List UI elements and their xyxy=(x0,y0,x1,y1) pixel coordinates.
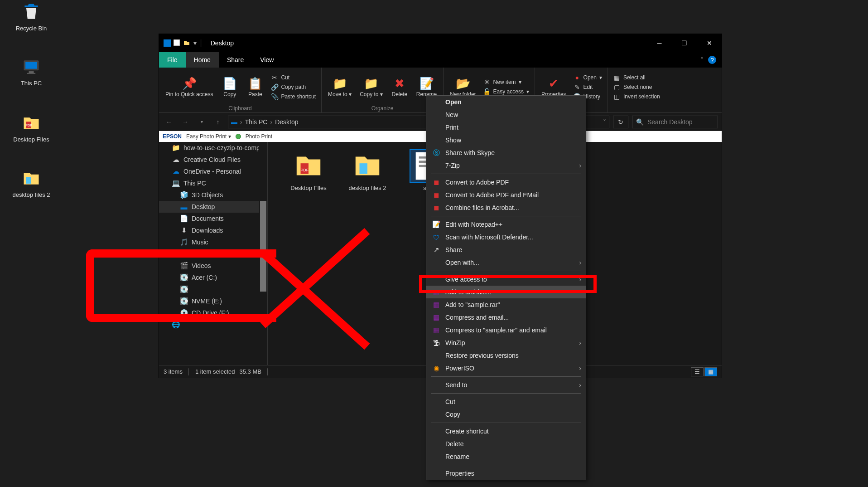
open-button[interactable]: ●Open ▾ xyxy=(572,73,604,82)
context-item[interactable]: New xyxy=(426,108,586,121)
refresh-button[interactable]: ↻ xyxy=(613,116,628,128)
search-input[interactable]: 🔍 Search Desktop xyxy=(632,116,718,128)
sidebar-item[interactable]: 🌐 xyxy=(159,319,267,331)
context-item[interactable]: Create shortcut xyxy=(426,425,586,438)
epson-photo-print[interactable]: Photo Print xyxy=(246,133,272,140)
forward-button[interactable]: → xyxy=(179,116,192,128)
sidebar-item[interactable]: 📁how-to-use-ezyzip-to-comp xyxy=(159,142,267,154)
context-item[interactable]: ◼Combine files in Acrobat... xyxy=(426,201,586,214)
pc-icon: ▬ xyxy=(231,118,237,126)
copy-to-button[interactable]: 📁Copy to ▾ xyxy=(357,75,386,98)
maximize-button[interactable]: ☐ xyxy=(672,34,697,52)
help-icon[interactable]: ? xyxy=(708,56,716,64)
sidebar-item[interactable]: ▬Desktop xyxy=(159,201,267,213)
context-item[interactable]: Show xyxy=(426,134,586,146)
cut-button[interactable]: ✂Cut xyxy=(269,73,318,82)
invert-selection-button[interactable]: ◫Invert selection xyxy=(612,93,662,101)
context-item[interactable]: 📝Edit with Notepad++ xyxy=(426,218,586,231)
copy-path-button[interactable]: 🔗Copy path xyxy=(269,83,318,91)
easy-access-button[interactable]: 🔓Easy access ▾ xyxy=(482,88,531,96)
sidebar-item[interactable]: 🎬Videos xyxy=(159,260,267,272)
blank-icon xyxy=(431,123,442,132)
close-button[interactable]: ✕ xyxy=(697,34,722,52)
select-none-button[interactable]: ▢Select none xyxy=(612,83,662,91)
paste-shortcut-button[interactable]: 📎Paste shortcut xyxy=(269,93,318,101)
desktop-icon-recycle-bin[interactable]: Recycle Bin xyxy=(11,1,52,32)
tab-file[interactable]: File xyxy=(159,52,186,68)
context-item[interactable]: ◼Convert to Adobe PDF and EMail xyxy=(426,189,586,201)
desktop-icon-folder-1[interactable]: PDF Desktop FIles xyxy=(11,112,52,143)
sidebar-scrollbar-thumb[interactable] xyxy=(260,201,266,292)
sidebar-scrollbar[interactable] xyxy=(259,142,267,365)
breadcrumb-desktop[interactable]: Desktop xyxy=(275,118,298,126)
context-item-label: Delete xyxy=(445,440,581,448)
context-item[interactable]: ◼Convert to Adobe PDF xyxy=(426,176,586,189)
context-item[interactable]: Give access to› xyxy=(426,273,586,286)
sidebar-item[interactable]: 💻This PC xyxy=(159,177,267,189)
paste-button[interactable]: 📋Paste xyxy=(244,75,266,98)
context-item[interactable]: ▦Add to archive... xyxy=(426,286,586,298)
context-item[interactable]: 🗜WinZip› xyxy=(426,336,586,349)
titlebar[interactable]: ▾ │ Desktop ─ ☐ ✕ xyxy=(159,34,722,52)
desktop-icon-this-pc[interactable]: This PC xyxy=(11,56,52,87)
breadcrumb-this-pc[interactable]: This PC xyxy=(245,118,268,126)
desktop-icon-folder-2[interactable]: desktop files 2 xyxy=(11,168,52,198)
addr-dropdown-icon[interactable]: ˅ xyxy=(603,118,606,126)
sidebar-item[interactable]: ⬇Downloads xyxy=(159,224,267,236)
new-item-button[interactable]: ✳New item ▾ xyxy=(482,78,531,86)
context-item[interactable]: ↗Share xyxy=(426,244,586,256)
qat-icon[interactable] xyxy=(174,39,181,47)
file-item-desktop-files[interactable]: PDF Desktop FIles xyxy=(281,150,336,191)
context-item[interactable]: ▦Compress and email... xyxy=(426,311,586,324)
context-item[interactable]: Rename xyxy=(426,450,586,463)
sidebar-item[interactable]: 🎵Music xyxy=(159,236,267,248)
file-label: Desktop FIles xyxy=(290,185,326,191)
back-button[interactable]: ← xyxy=(163,116,175,128)
context-item[interactable]: ▦Compress to "sample.rar" and email xyxy=(426,324,586,336)
select-all-button[interactable]: ▦Select all xyxy=(612,73,662,82)
tab-share[interactable]: Share xyxy=(219,52,252,68)
ribbon-collapse-icon[interactable]: ˄ xyxy=(700,56,704,63)
context-item[interactable]: Open xyxy=(426,96,586,108)
copy-button[interactable]: 📄Copy xyxy=(218,75,241,98)
context-item-label: Open with... xyxy=(445,259,579,266)
qat-dropdown-icon[interactable]: ▾ xyxy=(193,39,197,47)
context-item[interactable]: 🛡Scan with Microsoft Defender... xyxy=(426,231,586,244)
tab-home[interactable]: Home xyxy=(186,52,219,68)
sidebar-item[interactable]: ☁OneDrive - Personal xyxy=(159,166,267,177)
sidebar-item[interactable]: ☁Creative Cloud Files xyxy=(159,154,267,166)
sidebar-item[interactable]: 💽 xyxy=(159,283,267,295)
sidebar-item[interactable]: 📄Documents xyxy=(159,213,267,224)
context-item[interactable]: Delete xyxy=(426,438,586,450)
pin-to-quick-access-button[interactable]: 📌Pin to Quick access xyxy=(163,75,216,98)
sidebar-item[interactable]: 🖼Pictures xyxy=(159,248,267,260)
context-item[interactable]: Open with...› xyxy=(426,256,586,269)
edit-button[interactable]: ✎Edit xyxy=(572,83,604,91)
context-item[interactable]: Restore previous versions xyxy=(426,349,586,362)
delete-button[interactable]: ✖Delete xyxy=(388,75,411,98)
context-item[interactable]: Cut xyxy=(426,395,586,408)
minimize-button[interactable]: ─ xyxy=(647,34,672,52)
sidebar-item[interactable]: 💽NVME (E:) xyxy=(159,295,267,307)
icons-view-toggle[interactable]: ▦ xyxy=(704,367,717,376)
context-item[interactable]: Copy xyxy=(426,408,586,421)
context-item[interactable]: Properties xyxy=(426,467,586,480)
up-button[interactable]: ↑ xyxy=(212,116,224,128)
recent-locations-button[interactable]: ▾ xyxy=(195,116,208,128)
context-item[interactable]: ◉PowerISO› xyxy=(426,362,586,375)
context-item[interactable]: Print xyxy=(426,121,586,134)
tab-view[interactable]: View xyxy=(252,52,282,68)
sidebar-item[interactable]: 🧊3D Objects xyxy=(159,189,267,201)
file-item-desktop-files-2[interactable]: desktop files 2 xyxy=(340,150,395,191)
context-item[interactable]: 7-Zip› xyxy=(426,159,586,172)
sidebar-item[interactable]: 💽Acer (C:) xyxy=(159,272,267,283)
context-item[interactable]: ⓈShare with Skype xyxy=(426,146,586,159)
context-item[interactable]: Send to› xyxy=(426,379,586,391)
details-view-toggle[interactable]: ☰ xyxy=(691,367,704,376)
context-item[interactable]: ▦Add to "sample.rar" xyxy=(426,298,586,311)
move-to-button[interactable]: 📁Move to ▾ xyxy=(325,75,354,98)
context-separator xyxy=(431,423,581,423)
sidebar-item[interactable]: 💿CD Drive (F:) xyxy=(159,307,267,319)
epson-easy-print[interactable]: Easy Photo Print ▾ xyxy=(186,133,231,140)
qat-folder-icon[interactable] xyxy=(183,39,191,47)
